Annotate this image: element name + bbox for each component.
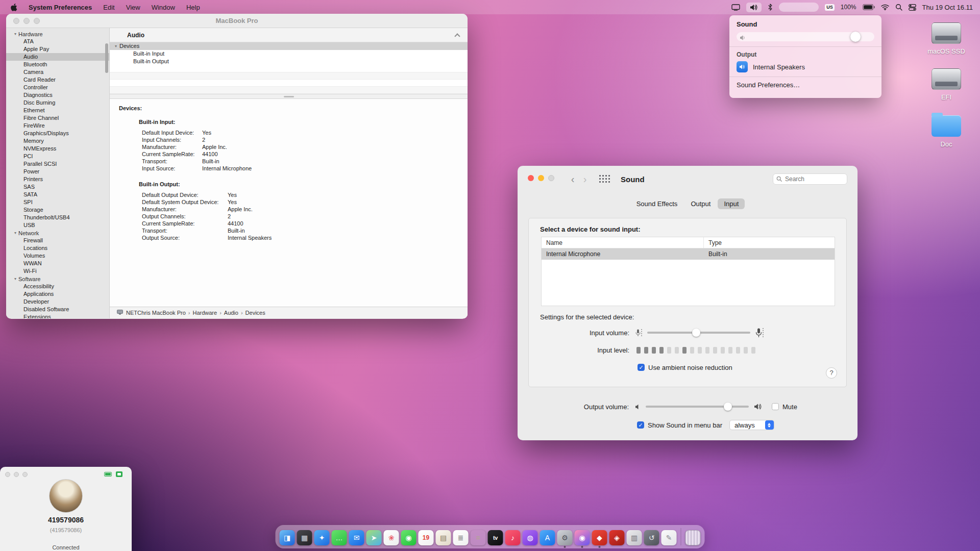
tree-row-devices[interactable]: ▾Devices — [110, 42, 468, 50]
sidebar-item-parallel-scsi[interactable]: Parallel SCSI — [6, 160, 109, 168]
sidebar-item-printers[interactable]: Printers — [6, 176, 109, 183]
dock-item-notes[interactable]: ≡ — [471, 530, 486, 545]
sidebar-item-wi-fi[interactable]: Wi-Fi — [6, 267, 109, 275]
input-source-indicator[interactable]: US — [825, 4, 835, 11]
dock-item-launchpad[interactable]: ▦ — [297, 530, 312, 545]
sound-preferences-item[interactable]: Sound Preferences… — [737, 81, 874, 89]
table-header[interactable]: NameType — [542, 237, 835, 248]
breadcrumb-item-audio[interactable]: Audio — [224, 310, 238, 316]
ambient-noise-checkbox[interactable]: ✓ — [638, 364, 645, 371]
wifi-icon[interactable] — [881, 4, 889, 10]
tab-sound-effects[interactable]: Sound Effects — [630, 198, 684, 209]
menu-view[interactable]: View — [126, 4, 140, 11]
window-controls[interactable] — [13, 18, 40, 24]
sidebar-item-nvmexpress[interactable]: NVMExpress — [6, 145, 109, 153]
sidebar-item-bluetooth[interactable]: Bluetooth — [6, 61, 109, 68]
sidebar-item-accessibility[interactable]: Accessibility — [6, 283, 109, 290]
desktop-icon-efi[interactable]: EFI — [922, 68, 971, 101]
display-icon[interactable] — [731, 4, 740, 11]
dock-item-photos[interactable]: ❀ — [384, 530, 399, 545]
tab-input[interactable]: Input — [718, 198, 745, 209]
sidebar-section-software[interactable]: ▾Software — [6, 275, 109, 283]
bluetooth-icon[interactable] — [768, 4, 773, 11]
dock-item-system-preferences[interactable]: ⚙ — [557, 530, 573, 545]
sidebar-item-locations[interactable]: Locations — [6, 244, 109, 252]
sidebar-item-ata[interactable]: ATA — [6, 38, 109, 45]
dock-item-gray-utility[interactable]: ▥ — [627, 530, 642, 545]
menu-help[interactable]: Help — [186, 4, 200, 11]
menubar-frequency-select[interactable]: always — [729, 420, 774, 430]
dock-item-finder[interactable]: ◨ — [280, 530, 295, 545]
tree-row-built-in-input[interactable]: Built-in Input — [110, 50, 468, 58]
dock-item-red-app[interactable]: ◈ — [609, 530, 625, 545]
dock-item-podcasts[interactable]: ◍ — [523, 530, 538, 545]
sidebar-item-sas[interactable]: SAS — [6, 183, 109, 191]
dock-item-mail[interactable]: ✉ — [349, 530, 364, 545]
tab-output[interactable]: Output — [684, 198, 717, 209]
sidebar-item-usb[interactable]: USB — [6, 221, 109, 229]
sidebar-item-firewire[interactable]: FireWire — [6, 122, 109, 130]
apple-menu-icon[interactable] — [10, 3, 17, 12]
forward-button[interactable]: › — [579, 173, 591, 185]
help-button[interactable]: ? — [826, 367, 837, 379]
dock-item-music[interactable]: ♪ — [505, 530, 521, 545]
column-header-name[interactable]: Name — [542, 237, 704, 248]
zoom-button[interactable] — [34, 18, 40, 24]
output-volume-knob[interactable] — [724, 403, 732, 411]
search-input[interactable] — [784, 175, 840, 183]
sysinfo-titlebar[interactable]: MacBook Pro — [6, 14, 468, 28]
dock-item-facetime[interactable]: ◉ — [401, 530, 416, 545]
zoom-button[interactable] — [22, 472, 28, 477]
breadcrumb-item-devices[interactable]: Devices — [246, 310, 265, 316]
show-all-grid-icon[interactable] — [599, 175, 610, 183]
sidebar-item-fibre-channel[interactable]: Fibre Channel — [6, 114, 109, 122]
desktop-icon-doc[interactable]: Doc — [922, 114, 971, 148]
dock-item-contacts[interactable]: ▤ — [436, 530, 451, 545]
sidebar-item-ethernet[interactable]: Ethernet — [6, 107, 109, 114]
sidebar-section-hardware[interactable]: ▾Hardware — [6, 30, 109, 38]
sidebar-item-pci[interactable]: PCI — [6, 153, 109, 160]
dock-item-tv[interactable]: tv — [488, 530, 503, 545]
sidebar-item-firewall[interactable]: Firewall — [6, 237, 109, 244]
sidebar-item-apple-pay[interactable]: Apple Pay — [6, 45, 109, 53]
control-center-icon[interactable] — [909, 4, 916, 11]
volume-icon[interactable] — [746, 3, 762, 12]
sidebar-item-spi[interactable]: SPI — [6, 198, 109, 206]
dock-item-colorful-app[interactable]: ◉ — [575, 530, 590, 545]
collapse-chevron-icon[interactable] — [454, 33, 460, 39]
spotlight-icon[interactable] — [895, 4, 902, 11]
sidebar-item-applications[interactable]: Applications — [6, 290, 109, 298]
output-volume-slider[interactable] — [646, 406, 749, 408]
zoom-button[interactable] — [548, 175, 554, 181]
dock-item-app-store[interactable]: A — [540, 530, 555, 545]
output-device-row[interactable]: Internal Speakers — [737, 61, 874, 72]
sidebar-item-sata[interactable]: SATA — [6, 191, 109, 198]
sidebar-item-developer[interactable]: Developer — [6, 298, 109, 306]
sidebar-section-network[interactable]: ▾Network — [6, 229, 109, 237]
menubar-status-pill[interactable] — [779, 3, 819, 12]
battery-icon[interactable] — [863, 4, 875, 10]
menu-volume-slider[interactable] — [737, 32, 874, 41]
input-volume-slider[interactable] — [647, 332, 750, 334]
back-button[interactable]: ‹ — [567, 173, 579, 185]
close-button[interactable] — [528, 175, 534, 181]
sidebar-item-disc-burning[interactable]: Disc Burning — [6, 99, 109, 107]
sidebar-item-graphics-displays[interactable]: Graphics/Displays — [6, 130, 109, 137]
close-button[interactable] — [5, 472, 10, 477]
sidebar-item-storage[interactable]: Storage — [6, 206, 109, 214]
disclosure-triangle-icon[interactable]: ▾ — [115, 42, 117, 50]
tree-row-built-in-output[interactable]: Built-in Output — [110, 58, 468, 65]
breadcrumb-item-netchris-macbook-pro[interactable]: NETChris MacBook Pro — [126, 310, 186, 316]
close-button[interactable] — [13, 18, 19, 24]
sidebar-item-audio[interactable]: Audio — [6, 53, 109, 61]
dock-item-maps[interactable]: ➤ — [366, 530, 382, 545]
breadcrumb-item-hardware[interactable]: Hardware — [192, 310, 217, 316]
dock-item-trash[interactable] — [685, 530, 701, 545]
sidebar-scrollbar[interactable] — [105, 43, 108, 73]
sidebar-item-thunderbolt-usb4[interactable]: Thunderbolt/USB4 — [6, 214, 109, 221]
sidebar-item-card-reader[interactable]: Card Reader — [6, 76, 109, 84]
input-volume-knob[interactable] — [692, 329, 700, 337]
active-app-name[interactable]: System Preferences — [29, 4, 92, 11]
sidebar-item-memory[interactable]: Memory — [6, 137, 109, 145]
sidebar-item-disabled-software[interactable]: Disabled Software — [6, 306, 109, 313]
